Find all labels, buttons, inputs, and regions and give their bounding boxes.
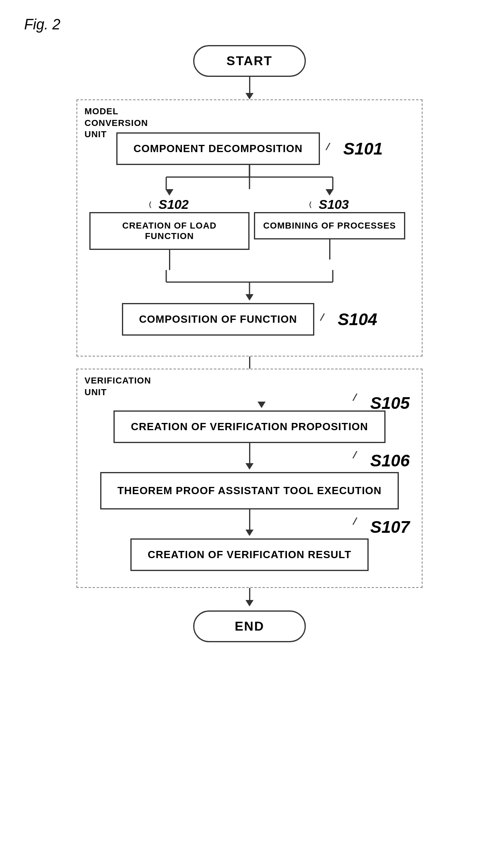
branch-section: S102 CREATION OF LOAD FUNCTION [89, 189, 410, 270]
s102-col: S102 CREATION OF LOAD FUNCTION [89, 189, 250, 270]
s102-text: CREATION OF LOAD FUNCTION [122, 221, 217, 241]
s105-tag-area: S105 [351, 394, 410, 413]
s103-row: S103 [307, 197, 352, 212]
s105-header: S105 [89, 402, 410, 408]
s107-row: CREATION OF VERIFICATION RESULT [89, 538, 410, 571]
s103-curve-icon [307, 202, 315, 210]
s106-label: S106 [370, 451, 410, 470]
s101-text: COMPONENT DECOMPOSITION [134, 142, 303, 155]
start-node: START [193, 45, 306, 77]
verification-box: VERIFICATION UNIT S105 CREATION OF VERIF… [76, 369, 423, 588]
arrow-s104 [245, 294, 254, 301]
svg-line-11 [353, 451, 357, 458]
svg-line-9 [320, 313, 324, 321]
connector-between-boxes [249, 357, 250, 369]
s104-text: COMPOSITION OF FUNCTION [139, 313, 297, 325]
s104-node: COMPOSITION OF FUNCTION [122, 303, 315, 336]
s101-label: S101 [343, 139, 383, 159]
page: Fig. 2 START MODEL CONVERSION UNIT COMPO… [0, 0, 499, 868]
s106-row: THEOREM PROOF ASSISTANT TOOL EXECUTION [89, 472, 410, 509]
s101-node: COMPONENT DECOMPOSITION [116, 132, 320, 165]
s103-text: COMBINING OF PROCESSES [263, 221, 396, 231]
model-conversion-box: MODEL CONVERSION UNIT COMPONENT DECOMPOS… [76, 99, 423, 357]
s105-s106-line [249, 443, 250, 463]
s101-row: COMPONENT DECOMPOSITION S101 [89, 132, 410, 165]
svg-line-10 [353, 394, 357, 401]
flowchart: START MODEL CONVERSION UNIT COMPONENT DE… [24, 45, 475, 642]
s102-curve-icon [147, 202, 155, 210]
s106-arrow-icon [351, 451, 363, 463]
merge-lines-svg [89, 270, 410, 294]
figure-label: Fig. 2 [24, 16, 475, 33]
arrow-1 [245, 93, 254, 99]
s103-node: COMBINING OF PROCESSES [254, 212, 405, 239]
arrow-s107 [245, 530, 254, 536]
s102-down-line [169, 250, 170, 270]
arrow-end [245, 600, 254, 606]
s107-tag-area: S107 [351, 518, 410, 537]
s101-arrow-icon [324, 143, 336, 155]
connector-start [249, 77, 250, 93]
s107-label: S107 [370, 518, 410, 537]
s105-label: S105 [370, 394, 410, 413]
s107-node: CREATION OF VERIFICATION RESULT [130, 538, 369, 571]
s105-text: CREATION OF VERIFICATION PROPOSITION [131, 421, 368, 433]
s102-node: CREATION OF LOAD FUNCTION [89, 212, 250, 250]
s107-text: CREATION OF VERIFICATION RESULT [148, 548, 351, 561]
s105-node: CREATION OF VERIFICATION PROPOSITION [113, 410, 386, 443]
s106-node: THEOREM PROOF ASSISTANT TOOL EXECUTION [100, 472, 399, 509]
s106-s107-line [249, 509, 250, 530]
arrow-s106 [245, 463, 254, 470]
s101-tag-area: S101 [324, 139, 383, 159]
svg-line-0 [326, 143, 330, 150]
s104-arrow-icon [318, 313, 330, 326]
s102-label-tag: S102 [147, 197, 189, 212]
s102-label: S102 [159, 197, 189, 212]
s107-arrow-icon [351, 518, 363, 530]
s103-label: S103 [319, 197, 349, 212]
s103-col: S103 COMBINING OF PROCESSES [250, 189, 410, 260]
arrow-s105-top [258, 402, 266, 408]
s107-connector-area: S107 [89, 509, 410, 530]
s106-text: THEOREM PROOF ASSISTANT TOOL EXECUTION [118, 485, 382, 497]
s106-connector-area: S106 [89, 443, 410, 463]
arrow-s102 [165, 189, 173, 196]
arrow-s103 [326, 189, 334, 196]
s102-row: S102 [147, 197, 192, 212]
s105-row: CREATION OF VERIFICATION PROPOSITION [89, 410, 410, 443]
connector-to-end [249, 588, 250, 600]
s106-tag-area: S106 [351, 451, 410, 470]
merge-svg-container [89, 270, 410, 294]
end-node: END [193, 610, 306, 642]
s104-label: S104 [338, 310, 377, 329]
s104-row: COMPOSITION OF FUNCTION S104 [89, 303, 410, 336]
s103-down-line [329, 239, 330, 260]
branch-lines-svg [89, 165, 410, 189]
s103-label-tag: S103 [307, 197, 349, 212]
s105-arrow-icon [351, 394, 363, 406]
verification-label: VERIFICATION UNIT [85, 375, 151, 398]
s104-tag-area: S104 [318, 310, 377, 329]
svg-line-12 [353, 518, 357, 525]
